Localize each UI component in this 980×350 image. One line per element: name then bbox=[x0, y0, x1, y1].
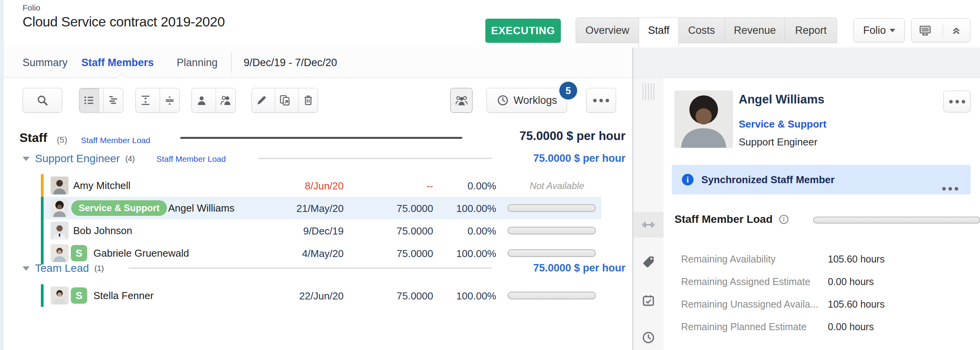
group-icon bbox=[455, 93, 469, 107]
row-availability: Not Available bbox=[530, 180, 584, 191]
folio-app-window: Folio Cloud Service contract 2019-2020 E… bbox=[0, 0, 980, 350]
collapse-rows-icon bbox=[163, 94, 176, 107]
detail-team-link[interactable]: Service & Support bbox=[739, 118, 826, 130]
detail-panel-icon-strip bbox=[633, 78, 664, 350]
schedule-tab-button[interactable] bbox=[633, 290, 664, 312]
detail-more-button[interactable] bbox=[943, 91, 971, 112]
metric-value: 105.60 hours bbox=[828, 299, 885, 310]
row-date: 4/May/20 bbox=[302, 248, 344, 260]
banner-more-button[interactable] bbox=[942, 187, 958, 191]
member-add-group bbox=[191, 88, 236, 113]
load-tab-button[interactable] bbox=[633, 212, 664, 238]
table-row-amy-mitchell[interactable]: Amy Mitchell 8/Jun/20 -- 0.00% Not Avail… bbox=[41, 174, 601, 197]
section-count: (4) bbox=[125, 154, 135, 163]
tags-tab-button[interactable] bbox=[633, 251, 664, 273]
staff-total-load-bar bbox=[180, 137, 462, 139]
detail-role: Support Engineer bbox=[739, 136, 817, 148]
worklog-tab-button[interactable] bbox=[633, 327, 664, 348]
row-status-bar bbox=[41, 284, 44, 307]
tab-staff[interactable]: Staff bbox=[639, 18, 679, 47]
nav-tab-staff-members[interactable]: Staff Members bbox=[81, 53, 154, 72]
nav-tab-planning[interactable]: Planning bbox=[177, 53, 218, 72]
collapse-header-button[interactable] bbox=[943, 24, 970, 37]
metric-row: Remaining Unassigned Availa... 105.60 ho… bbox=[681, 293, 977, 316]
row-rate: 75.0000 bbox=[397, 290, 433, 302]
metric-label: Remaining Unassigned Availa... bbox=[681, 299, 818, 310]
compact-list-button[interactable] bbox=[103, 88, 123, 112]
row-rate: 75.0000 bbox=[397, 248, 433, 260]
section-title[interactable]: Support Engineer bbox=[35, 152, 120, 165]
table-row-bob-johnson[interactable]: Bob Johnson 9/Dec/19 75.0000 0.00% bbox=[41, 219, 601, 242]
staff-photo bbox=[674, 91, 733, 148]
table-row-gabriele-gruenewald[interactable]: S Gabriele Gruenewald 4/May/20 75.0000 1… bbox=[41, 242, 601, 264]
section-load-link[interactable]: Staff Member Load bbox=[156, 154, 226, 164]
staff-name: Bob Johnson bbox=[73, 225, 132, 237]
row-rate: 75.0000 bbox=[397, 225, 433, 237]
add-person-button[interactable] bbox=[192, 88, 212, 112]
delete-button[interactable] bbox=[298, 88, 318, 112]
avatar bbox=[51, 177, 68, 194]
metric-value: 0.00 hours bbox=[828, 321, 874, 332]
table-row-angel-williams[interactable]: Service & Support Angel Williams 21/May/… bbox=[41, 197, 601, 219]
edit-pencil-icon bbox=[255, 94, 268, 107]
view-tab-bar: Overview Staff Costs Revenue Report bbox=[576, 18, 837, 43]
info-icon: i bbox=[682, 174, 694, 186]
search-button[interactable] bbox=[23, 88, 62, 113]
metric-value: 0.00 hours bbox=[828, 276, 874, 287]
row-percent: 100.00% bbox=[456, 203, 496, 215]
row-height-group bbox=[135, 88, 180, 113]
edit-button[interactable] bbox=[252, 88, 271, 112]
row-load-bar bbox=[508, 227, 596, 234]
load-title: Staff Member Load bbox=[674, 213, 773, 226]
copy-move-button[interactable] bbox=[275, 88, 294, 112]
presentation-mode-button[interactable] bbox=[912, 23, 939, 37]
staff-count: (5) bbox=[57, 135, 67, 145]
tab-report[interactable]: Report bbox=[785, 18, 837, 43]
section-header-support-engineer: Support Engineer (4) bbox=[23, 150, 135, 167]
collapse-section-icon[interactable] bbox=[23, 266, 30, 271]
staff-name: Gabriele Gruenewald bbox=[93, 247, 189, 259]
row-date: 8/Jun/20 bbox=[305, 180, 344, 192]
row-date: 9/Dec/19 bbox=[303, 225, 344, 237]
section-title[interactable]: Team Lead bbox=[35, 262, 89, 275]
panel-drag-handle-icon[interactable] bbox=[633, 82, 664, 101]
edit-actions-group bbox=[251, 88, 318, 113]
staff-name: Stella Fenner bbox=[93, 290, 154, 302]
tab-costs[interactable]: Costs bbox=[678, 18, 725, 43]
folio-date-range[interactable]: 9/Dec/19 - 7/Dec/20 bbox=[244, 53, 337, 72]
avatar bbox=[51, 222, 68, 240]
nav-tab-summary[interactable]: Summary bbox=[23, 53, 68, 72]
group-by-team-button[interactable] bbox=[450, 88, 472, 113]
person-icon bbox=[195, 94, 208, 107]
info-banner-text: Synchronized Staff Member bbox=[701, 174, 834, 186]
expand-rows-button[interactable] bbox=[136, 88, 156, 112]
staff-total-rate: 75.0000 $ per hour bbox=[520, 129, 625, 143]
metric-row: Remaining Availability 105.60 hours bbox=[681, 248, 977, 271]
tab-revenue[interactable]: Revenue bbox=[725, 18, 785, 43]
row-status-bar bbox=[41, 197, 44, 219]
avatar bbox=[51, 199, 68, 217]
avatar bbox=[51, 287, 68, 304]
add-people-button[interactable] bbox=[216, 88, 236, 112]
window-control-group bbox=[911, 18, 970, 42]
collapse-rows-button[interactable] bbox=[160, 88, 180, 112]
more-actions-button[interactable] bbox=[586, 88, 616, 113]
team-badge: Service & Support bbox=[71, 200, 167, 216]
list-bulleted-icon bbox=[83, 94, 96, 107]
info-outline-icon[interactable] bbox=[778, 214, 790, 225]
collapse-section-icon[interactable] bbox=[23, 157, 30, 161]
worklogs-button[interactable]: Worklogs bbox=[486, 88, 567, 113]
tab-overview[interactable]: Overview bbox=[576, 18, 639, 43]
folio-dropdown-button[interactable]: Folio bbox=[854, 18, 905, 42]
trash-icon bbox=[302, 94, 315, 107]
clock-icon bbox=[641, 330, 656, 345]
row-date: 22/Jun/20 bbox=[299, 290, 344, 302]
row-status-bar bbox=[41, 219, 44, 242]
status-badge: EXECUTING bbox=[485, 19, 561, 43]
staff-member-load-link[interactable]: Staff Member Load bbox=[81, 136, 150, 145]
detailed-list-button[interactable] bbox=[79, 88, 99, 112]
section-load-bar bbox=[258, 158, 492, 159]
metric-row: Remaining Planned Estimate 0.00 hours bbox=[681, 316, 977, 338]
metric-value: 105.60 hours bbox=[828, 254, 885, 265]
table-row-stella-fenner[interactable]: S Stella Fenner 22/Jun/20 75.0000 100.00… bbox=[41, 284, 601, 307]
